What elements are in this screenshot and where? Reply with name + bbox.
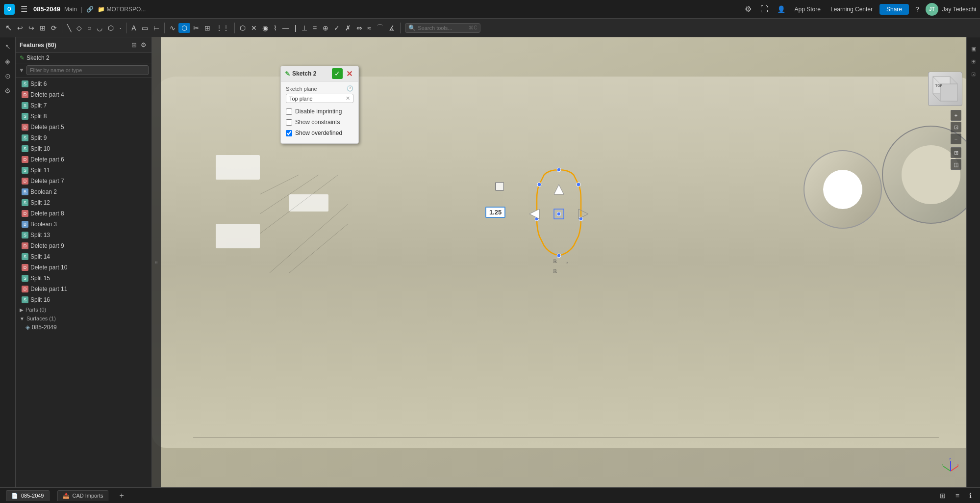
rect-btn[interactable]: ▭ bbox=[139, 23, 151, 33]
feature-item-boolean2[interactable]: B Boolean 2 bbox=[16, 186, 151, 197]
restore-btn[interactable]: ⊞ bbox=[37, 23, 48, 33]
norm-btn[interactable]: ⌒ bbox=[374, 22, 386, 34]
add-tab-button[interactable]: + bbox=[116, 491, 126, 500]
disable-imprinting-row[interactable]: Disable imprinting bbox=[286, 107, 353, 116]
surface-item-085-2049[interactable]: ◈ 085-2049 bbox=[16, 323, 151, 332]
zoom-out-btn[interactable]: − bbox=[951, 133, 961, 144]
learning-center-button[interactable]: Learning Center bbox=[828, 4, 876, 14]
tangent-btn[interactable]: ⌇ bbox=[271, 23, 279, 33]
show-overdefined-label[interactable]: Show overdefined bbox=[295, 130, 342, 136]
left-icon-1[interactable]: ↖ bbox=[1, 40, 14, 53]
feature-item-split14[interactable]: S Split 14 bbox=[16, 251, 151, 262]
feature-item-split15[interactable]: S Split 15 bbox=[16, 273, 151, 284]
filter-input[interactable] bbox=[26, 65, 149, 75]
status-info-btn[interactable]: ℹ bbox=[967, 490, 974, 501]
feature-item-delete-part8[interactable]: D Delete part 8 bbox=[16, 208, 151, 219]
polygon-btn[interactable]: ⬡ bbox=[105, 23, 116, 33]
x-btn[interactable]: ✕ bbox=[249, 23, 259, 33]
feature-item-boolean3[interactable]: B Boolean 3 bbox=[16, 219, 151, 230]
show-constraints-row[interactable]: Show constraints bbox=[286, 118, 353, 127]
doc-tab[interactable]: 📄 085-2049 bbox=[6, 490, 50, 501]
right-icon-1[interactable]: ▣ bbox=[968, 43, 979, 54]
fix-btn[interactable]: ✗ bbox=[343, 23, 353, 33]
zoom-fit-btn[interactable]: ⊡ bbox=[951, 122, 961, 132]
measure-btn[interactable]: ⊢ bbox=[151, 23, 162, 33]
parallel-btn[interactable]: = bbox=[310, 23, 319, 33]
view-cube[interactable]: TOP bbox=[928, 72, 962, 106]
notifications-btn[interactable]: ⚙ bbox=[742, 3, 754, 15]
feature-item-split12[interactable]: S Split 12 bbox=[16, 197, 151, 208]
show-overdefined-checkbox[interactable] bbox=[286, 130, 292, 136]
feature-item-split6[interactable]: S Split 6 bbox=[16, 79, 151, 89]
point-btn[interactable]: · bbox=[117, 23, 124, 33]
equal-btn[interactable]: ✓ bbox=[331, 23, 342, 33]
feature-item-delete-part6[interactable]: D Delete part 6 bbox=[16, 154, 151, 165]
angle-btn[interactable]: ∡ bbox=[386, 23, 398, 33]
help-btn[interactable]: ? bbox=[913, 4, 922, 15]
hamburger-menu[interactable]: ☰ bbox=[19, 3, 29, 15]
feature-item-delete-part9[interactable]: D Delete part 9 bbox=[16, 240, 151, 251]
perpend-btn[interactable]: ⊥ bbox=[299, 23, 310, 33]
feature-item-delete-part4[interactable]: D Delete part 4 bbox=[16, 89, 151, 100]
share-button[interactable]: Share bbox=[879, 4, 909, 15]
feature-item-split7[interactable]: S Split 7 bbox=[16, 100, 151, 111]
show-overdefined-row[interactable]: Show overdefined bbox=[286, 129, 353, 137]
expand-icon[interactable]: ⊞ bbox=[130, 40, 138, 50]
feature-item-delete-part5[interactable]: D Delete part 5 bbox=[16, 122, 151, 132]
disable-imprinting-checkbox[interactable] bbox=[286, 108, 292, 115]
vert-btn[interactable]: | bbox=[292, 23, 299, 33]
circle-btn[interactable]: ○ bbox=[85, 23, 94, 33]
imports-tab[interactable]: 📥 CAD Imports bbox=[57, 490, 109, 501]
spline-btn[interactable]: ∿ bbox=[167, 23, 178, 33]
pattern-btn[interactable]: ⋮⋮ bbox=[213, 23, 232, 33]
feature-item-split13[interactable]: S Split 13 bbox=[16, 230, 151, 240]
settings-btn[interactable]: ⛶ bbox=[758, 3, 771, 15]
sketch-plane-clear[interactable]: ✕ bbox=[346, 95, 350, 102]
trim-btn[interactable]: ✂ bbox=[191, 23, 201, 33]
left-icon-4[interactable]: ⚙ bbox=[1, 84, 14, 97]
feature-item-split16[interactable]: S Split 16 bbox=[16, 294, 151, 305]
view-mode-btn[interactable]: ⊞ bbox=[951, 147, 961, 158]
left-icon-2[interactable]: ◈ bbox=[1, 55, 14, 68]
surfaces-section-header[interactable]: ▼ Surfaces (1) bbox=[16, 314, 151, 323]
user-notifications-btn[interactable]: 👤 bbox=[775, 4, 788, 15]
right-icon-3[interactable]: ⊡ bbox=[968, 69, 979, 79]
parts-section-header[interactable]: ▶ Parts (0) bbox=[16, 305, 151, 314]
feature-item-split8[interactable]: S Split 8 bbox=[16, 111, 151, 122]
select-btn[interactable]: ↖ bbox=[3, 22, 14, 34]
feature-item-delete-part11[interactable]: D Delete part 11 bbox=[16, 284, 151, 294]
sketch-timer-icon[interactable]: 🕐 bbox=[347, 85, 353, 92]
appstore-button[interactable]: App Store bbox=[792, 4, 824, 14]
feature-item-split10[interactable]: S Split 10 bbox=[16, 143, 151, 154]
right-icon-2[interactable]: ⊞ bbox=[968, 56, 979, 67]
status-grid-btn[interactable]: ⊞ bbox=[937, 490, 948, 501]
show-constraints-checkbox[interactable] bbox=[286, 119, 292, 126]
arc-btn[interactable]: ◡ bbox=[94, 23, 105, 33]
search-tools-input[interactable]: 🔍 ⌘C bbox=[405, 23, 480, 33]
display-style-btn[interactable]: ◫ bbox=[951, 159, 961, 170]
search-input[interactable] bbox=[418, 25, 467, 31]
feature-item-split9[interactable]: S Split 9 bbox=[16, 132, 151, 143]
text-btn[interactable]: A bbox=[129, 23, 138, 33]
sidebar-settings-icon[interactable]: ⚙ bbox=[140, 40, 148, 50]
pierce-btn[interactable]: ≈ bbox=[365, 23, 374, 33]
sketch-plane-selector[interactable]: Top plane ✕ bbox=[286, 94, 353, 103]
sketch-cancel-button[interactable]: ✕ bbox=[344, 68, 354, 79]
cube-face-top[interactable]: TOP bbox=[928, 72, 962, 106]
3d-viewport[interactable]: ℝ ₓ ℝ 1.25 bbox=[152, 37, 980, 487]
coincident-btn[interactable]: ◉ bbox=[260, 23, 271, 33]
feature-item-delete-part7[interactable]: D Delete part 7 bbox=[16, 176, 151, 186]
status-layers-btn[interactable]: ≡ bbox=[953, 490, 962, 501]
link-icon[interactable]: 🔗 bbox=[86, 6, 94, 13]
line-btn[interactable]: ╲ bbox=[65, 23, 74, 33]
dimension-box[interactable]: 1.25 bbox=[485, 207, 505, 218]
left-icon-3[interactable]: ⊙ bbox=[1, 70, 14, 82]
shape-btn[interactable]: ◇ bbox=[74, 23, 84, 33]
feature-item-split11[interactable]: S Split 11 bbox=[16, 165, 151, 176]
active-tool-btn[interactable]: ⬡ bbox=[178, 23, 190, 33]
mirror-btn[interactable]: ⊞ bbox=[202, 23, 213, 33]
disable-imprinting-label[interactable]: Disable imprinting bbox=[295, 108, 342, 115]
redo-btn[interactable]: ↪ bbox=[26, 23, 37, 33]
show-constraints-label[interactable]: Show constraints bbox=[295, 119, 340, 126]
use-btn[interactable]: ⬡ bbox=[237, 23, 248, 33]
